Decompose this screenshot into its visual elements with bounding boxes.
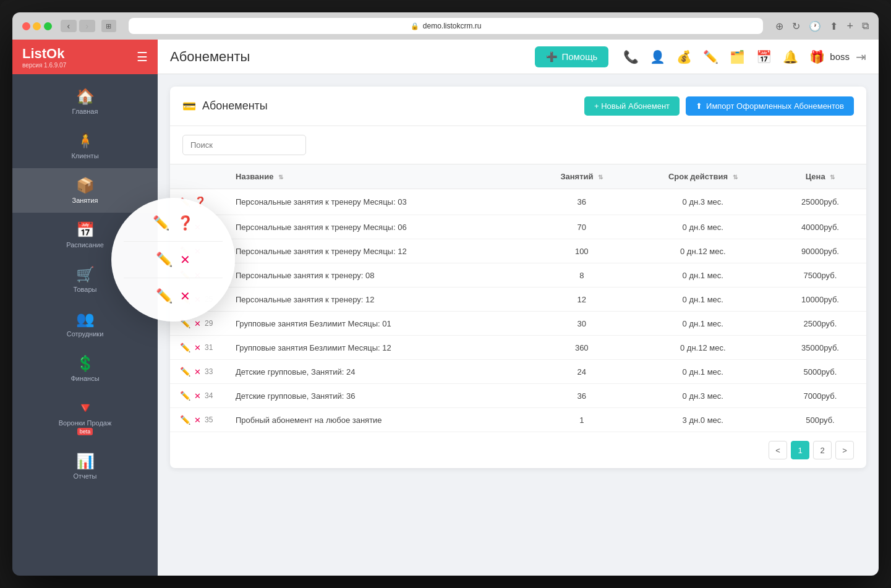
cell-price: 90000руб. [774, 239, 866, 263]
pagination-page-2[interactable]: 2 [813, 441, 832, 459]
calendar-icon[interactable]: 📅 [756, 49, 772, 64]
action-edit[interactable]: ✏️ [180, 391, 190, 401]
mac-close-button[interactable] [22, 22, 30, 30]
sidebar-item-home[interactable]: 🏠 Главная [12, 79, 158, 124]
action-delete[interactable]: ✕ [194, 319, 201, 328]
col-actions [170, 164, 226, 189]
action-delete[interactable]: ✕ [194, 343, 201, 352]
context-edit-1[interactable]: ✏️ [153, 215, 169, 231]
mac-add-tab-icon[interactable]: + [846, 20, 853, 33]
gift-icon[interactable]: 🎁 [809, 49, 825, 64]
context-delete-3[interactable]: ✕ [180, 289, 190, 304]
mac-reload-icon[interactable]: ↻ [792, 20, 800, 32]
sidebar-label-clients: Клиенты [71, 152, 98, 160]
cell-sessions: 1 [532, 408, 632, 432]
mac-translate-icon[interactable]: ⊕ [775, 20, 783, 32]
new-subscription-button[interactable]: + Новый Абонемент [584, 96, 680, 116]
phone-icon[interactable]: 📞 [623, 49, 639, 64]
cell-sessions: 30 [532, 312, 632, 336]
card-title: 💳 Абонементы [182, 100, 268, 113]
cell-sessions: 8 [532, 263, 632, 288]
cell-price: 5000руб. [774, 360, 866, 384]
hamburger-icon[interactable]: ☰ [137, 49, 148, 64]
cell-price: 7500руб. [774, 263, 866, 288]
sidebar-label-classes: Занятия [72, 197, 98, 204]
help-button[interactable]: ➕ Помощь [535, 46, 608, 67]
sidebar-label-schedule: Расписание [66, 241, 104, 249]
row-id: 35 [205, 415, 213, 424]
page-title: Абонементы [170, 49, 535, 65]
context-edit-3[interactable]: ✏️ [156, 288, 173, 304]
cell-sessions: 70 [532, 215, 632, 239]
sidebar-item-finance[interactable]: 💲 Финансы [12, 346, 158, 391]
mac-minimize-button[interactable] [33, 22, 41, 30]
cell-name: Групповые занятия Безлимит Месяцы: 01 [226, 312, 532, 336]
table-row: ✏️ ✕ 29 Групповые занятия Безлимит Месяц… [170, 312, 866, 336]
cell-sessions: 36 [532, 384, 632, 408]
table-row: ✏️ ✕ 34 Детские групповые, Занятий: 36 3… [170, 384, 866, 408]
import-subscriptions-button[interactable]: ⬆ Импорт Оформленных Абонементов [686, 96, 854, 116]
col-name[interactable]: Название ⇅ [226, 164, 532, 189]
mac-layout-icon: ⊞ [101, 20, 116, 32]
cell-duration: 0 дн.6 мес. [632, 215, 774, 239]
pagination: < 1 2 > [170, 432, 866, 468]
pagination-next[interactable]: > [835, 441, 854, 459]
cell-duration: 0 дн.3 мес. [632, 384, 774, 408]
edit-icon[interactable]: ✏️ [703, 49, 718, 64]
sidebar-item-funnel[interactable]: 🔻 Воронки Продаж beta [12, 391, 158, 444]
table-row: ✏️ ✕ 35 Пробный абонемент на любое занят… [170, 408, 866, 432]
table-row: ✏️ ✕ Персональные занятия к тренеру: 08 … [170, 263, 866, 288]
sidebar-item-classes[interactable]: 📦 Занятия [12, 168, 158, 213]
sidebar-item-clients[interactable]: 🧍 Клиенты [12, 124, 158, 168]
subscriptions-card: 💳 Абонементы + Новый Абонемент ⬆ Импорт … [170, 87, 866, 468]
cell-price: 35000руб. [774, 336, 866, 360]
sidebar-label-finance: Финансы [70, 375, 99, 382]
col-price[interactable]: Цена ⇅ [774, 164, 866, 189]
bell-icon[interactable]: 🔔 [783, 49, 798, 64]
action-edit[interactable]: ✏️ [180, 415, 190, 425]
action-delete[interactable]: ✕ [194, 415, 201, 425]
cell-duration: 0 дн.1 мес. [632, 263, 774, 288]
cell-price: 2500руб. [774, 312, 866, 336]
cell-duration: 0 дн.12 мес. [632, 336, 774, 360]
card-actions: + Новый Абонемент ⬆ Импорт Оформленных А… [584, 96, 854, 116]
table-row: ✏️ ✕ Персональные занятия к тренеру Меся… [170, 215, 866, 239]
sidebar-label-funnel: Воронки Продаж [59, 419, 112, 427]
cell-sessions: 12 [532, 288, 632, 312]
logout-icon[interactable]: ⇥ [856, 49, 866, 64]
action-edit[interactable]: ✏️ [180, 367, 190, 377]
mac-share-icon[interactable]: ⬆ [830, 20, 838, 32]
mac-back-button[interactable]: ‹ [61, 20, 77, 32]
brand-name: ListOk [22, 46, 66, 62]
context-help[interactable]: ❓ [177, 215, 194, 231]
sidebar-item-reports[interactable]: 📊 Отчеты [12, 444, 158, 488]
cell-name: Групповые занятия Безлимит Месяцы: 12 [226, 336, 532, 360]
mac-maximize-button[interactable] [44, 22, 52, 30]
username: boss [830, 51, 850, 62]
col-duration[interactable]: Срок действия ⇅ [632, 164, 774, 189]
pagination-prev[interactable]: < [769, 441, 787, 459]
mac-windows-icon[interactable]: ⧉ [862, 20, 869, 32]
money-icon[interactable]: 💰 [676, 49, 692, 64]
file-icon[interactable]: 🗂️ [730, 49, 745, 64]
header-user[interactable]: boss [830, 51, 850, 62]
context-delete-2[interactable]: ✕ [180, 252, 190, 267]
mac-forward-button[interactable]: › [79, 20, 95, 32]
context-edit-2[interactable]: ✏️ [156, 252, 173, 268]
cell-name: Персональные занятия к тренеру: 12 [226, 288, 532, 312]
action-delete[interactable]: ✕ [194, 367, 201, 377]
row-id: 33 [205, 367, 213, 376]
search-input[interactable] [182, 135, 306, 155]
cell-duration: 0 дн.12 мес. [632, 239, 774, 263]
pagination-page-1[interactable]: 1 [791, 441, 809, 459]
sidebar-label-goods: Товары [74, 286, 97, 293]
mac-history-icon[interactable]: 🕐 [809, 20, 821, 32]
action-edit[interactable]: ✏️ [180, 343, 190, 352]
user-card-icon[interactable]: 👤 [650, 49, 665, 64]
mac-addressbar[interactable]: 🔒 demo.listokcrm.ru [129, 18, 764, 34]
col-sessions[interactable]: Занятий ⇅ [532, 164, 632, 189]
table-row: ✏️ ✕ 31 Групповые занятия Безлимит Месяц… [170, 336, 866, 360]
reports-icon: 📊 [76, 453, 95, 470]
import-icon: ⬆ [696, 101, 702, 111]
action-delete[interactable]: ✕ [194, 391, 201, 401]
